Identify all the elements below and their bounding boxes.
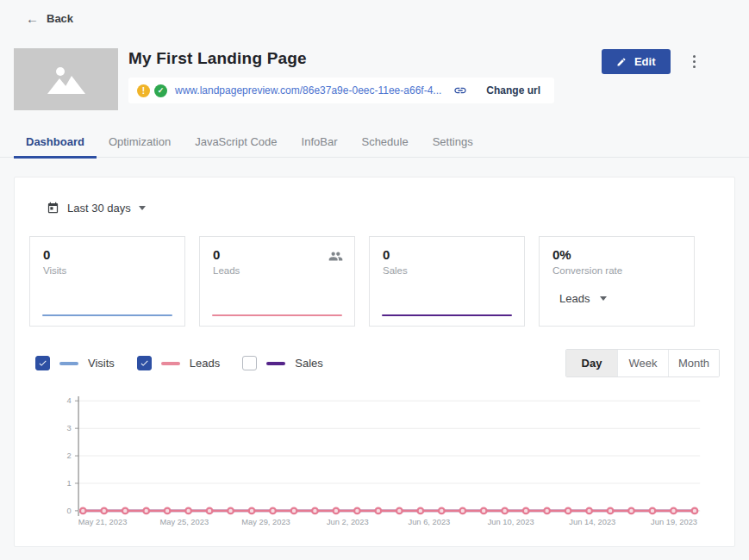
conversion-metric-select[interactable]: Leads [559,292,607,305]
chevron-down-icon [139,206,146,210]
calendar-icon [47,202,59,215]
people-icon [328,249,343,267]
top-bar: ← Back [0,0,749,27]
tab-infobar[interactable]: InfoBar [290,128,350,159]
leads-toggle-label: Leads [190,357,220,370]
conversion-value: 0% [552,247,681,262]
tab-optimization[interactable]: Optimization [97,128,183,159]
svg-text:0: 0 [67,507,72,515]
leads-checkbox[interactable] [137,356,152,370]
toggle-leads[interactable]: Leads [137,356,220,370]
visits-sparkline [42,314,172,316]
tab-dashboard[interactable]: Dashboard [14,128,97,159]
sales-color-swatch [266,362,285,365]
tab-javascript-code[interactable]: JavaScript Code [183,128,289,159]
svg-text:Jun 2, 2023: Jun 2, 2023 [327,518,369,526]
check-icon [38,358,47,368]
conversion-label: Conversion rate [552,265,681,276]
visits-checkbox[interactable] [35,356,50,370]
url-bar: ! ✓ www.landpagepreview.com/86e37a9e-0ee… [128,78,554,103]
visits-label: Visits [43,265,172,276]
verified-icon: ✓ [154,84,167,97]
warning-icon: ! [137,84,150,97]
page-header: My First Landing Page ! ✓ www.landpagepr… [0,27,749,110]
back-arrow-icon: ← [26,12,39,25]
copy-link-icon[interactable] [453,84,467,97]
period-day[interactable]: Day [566,350,617,376]
back-label: Back [47,12,73,25]
tab-bar: Dashboard Optimization JavaScript Code I… [0,128,749,158]
sales-sparkline [382,314,512,316]
stat-cards: 0 Visits 0 Leads 0 Sales 0% Conversion r… [29,236,720,327]
period-week[interactable]: Week [617,350,668,376]
leads-value: 0 [213,247,341,262]
sales-toggle-label: Sales [295,357,323,370]
svg-text:4: 4 [67,396,72,405]
line-chart-svg: 01234May 21, 2023May 25, 2023May 29, 202… [29,395,720,531]
stat-card-visits: 0 Visits [29,236,185,327]
toggle-sales[interactable]: Sales [242,356,323,370]
edit-label: Edit [634,55,656,68]
svg-text:2: 2 [67,451,72,460]
tab-schedule[interactable]: Schedule [349,128,420,159]
svg-text:May 21, 2023: May 21, 2023 [78,518,128,526]
svg-text:Jun 10, 2023: Jun 10, 2023 [488,518,534,526]
tab-settings[interactable]: Settings [421,128,485,159]
dashboard-panel: Last 30 days 0 Visits 0 Leads 0 Sales 0%… [14,177,735,547]
leads-sparkline [212,314,342,316]
leads-label: Leads [213,265,341,276]
period-month[interactable]: Month [668,350,719,376]
period-segmented-control: Day Week Month [565,349,720,377]
stat-card-conversion: 0% Conversion rate Leads [539,236,695,327]
conversion-metric-value: Leads [559,292,590,305]
back-button[interactable]: ← Back [26,12,73,25]
svg-text:3: 3 [67,424,72,432]
page-url-link[interactable]: www.landpagepreview.com/86e37a9e-0eec-11… [175,84,441,96]
more-options-kebab-icon[interactable] [690,51,700,73]
svg-text:Jun 14, 2023: Jun 14, 2023 [569,518,615,526]
svg-text:1: 1 [67,479,72,488]
stat-card-sales: 0 Sales [369,236,525,327]
edit-button[interactable]: Edit [602,49,671,74]
check-icon [140,358,149,368]
toggle-visits[interactable]: Visits [35,356,115,370]
sales-value: 0 [383,247,511,262]
image-placeholder-icon [47,65,85,94]
date-range-label: Last 30 days [67,202,131,215]
sales-label: Sales [383,265,511,276]
visits-color-swatch [59,362,78,365]
leads-color-swatch [161,362,180,365]
sales-checkbox[interactable] [242,356,257,370]
svg-text:Jun 19, 2023: Jun 19, 2023 [651,518,697,526]
stat-card-leads: 0 Leads [199,236,355,327]
visits-value: 0 [43,247,172,262]
svg-text:May 25, 2023: May 25, 2023 [160,518,209,526]
page-title: My First Landing Page [128,49,584,68]
chevron-down-icon [600,296,607,301]
change-url-button[interactable]: Change url [486,84,540,96]
visits-toggle-label: Visits [88,357,115,370]
svg-text:May 29, 2023: May 29, 2023 [241,518,290,526]
pencil-icon [616,57,627,67]
page-thumbnail [14,48,118,110]
analytics-line-chart: 01234May 21, 2023May 25, 2023May 29, 202… [29,395,720,531]
date-range-filter[interactable]: Last 30 days [47,202,146,215]
chart-controls: Visits Leads Sales Day Week Month [29,349,720,377]
svg-text:Jun 6, 2023: Jun 6, 2023 [409,518,451,526]
